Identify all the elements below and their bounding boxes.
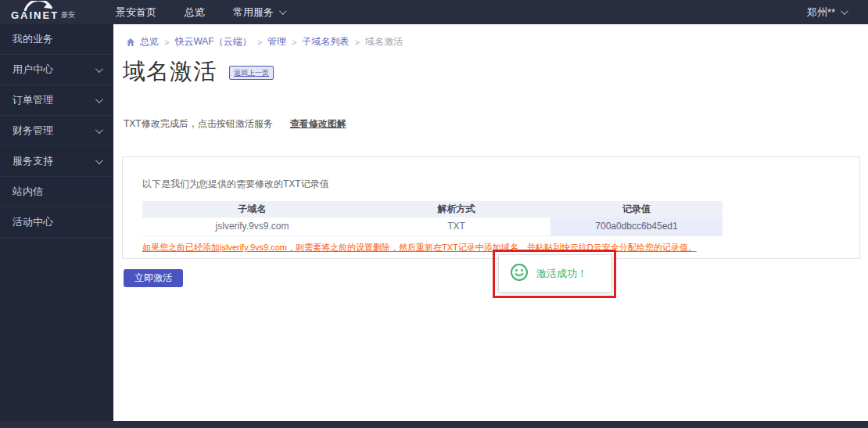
chevron-down-icon: [95, 95, 103, 103]
column-header-subdomain: 子域名: [142, 201, 362, 218]
txt-record-card: 以下是我们为您提供的需要修改的TXT记录值 子域名 解析方式 记录值 jslve…: [122, 156, 860, 259]
sidebar-item-my-business[interactable]: 我的业务: [0, 24, 113, 55]
view-diagram-link[interactable]: 查看修改图解: [290, 117, 346, 131]
cell-record-value: 700a0dbcc6b45ed1: [551, 218, 723, 236]
sidebar-item-label: 服务支持: [13, 154, 53, 168]
topnav-overview-label: 总览: [185, 5, 205, 20]
sidebar-item-service-support[interactable]: 服务支持: [0, 146, 113, 177]
toast-message: 激活成功！: [536, 267, 587, 281]
page-title: 域名激活: [123, 56, 217, 88]
breadcrumb-current: 域名激活: [365, 35, 403, 49]
table-row: jslverify.9vs9.com TXT 700a0dbcc6b45ed1: [142, 218, 723, 236]
chevron-down-icon: [279, 7, 287, 15]
footer-strip: [0, 421, 868, 428]
column-header-resolve-type: 解析方式: [362, 201, 551, 218]
sidebar-item-label: 订单管理: [13, 93, 53, 107]
logo-swoosh-icon: [22, 1, 55, 15]
logo-suffix: 景安: [59, 10, 75, 24]
cell-resolve-type: TXT: [362, 218, 551, 236]
logo[interactable]: GAINET 景安: [0, 0, 102, 24]
home-icon[interactable]: [126, 38, 135, 47]
warning-text: 如果您之前已经添加jslverify.9vs9.com，则需要将之前的设置删除，…: [142, 242, 697, 254]
back-button[interactable]: 返回上一页: [229, 66, 274, 80]
breadcrumb-separator: >: [164, 38, 169, 47]
topnav-services-label: 常用服务: [233, 5, 274, 20]
topnav-services[interactable]: 常用服务: [219, 0, 299, 24]
sidebar-item-label: 财务管理: [13, 124, 53, 138]
sidebar-item-label: 用户中心: [13, 63, 53, 77]
breadcrumb: 总览 > 快云WAF（云端） > 管理 > 子域名列表 > 域名激活: [126, 35, 403, 49]
breadcrumb-overview[interactable]: 总览: [140, 35, 159, 49]
success-toast: 激活成功！: [498, 254, 612, 293]
card-intro-text: 以下是我们为您提供的需要修改的TXT记录值: [142, 178, 329, 191]
sidebar-item-site-messages[interactable]: 站内信: [0, 177, 113, 207]
sidebar-item-user-center[interactable]: 用户中心: [0, 55, 113, 85]
username: 郑州**: [807, 5, 835, 20]
top-navigation: 景安首页 总览 常用服务: [102, 0, 299, 24]
chevron-down-icon: [841, 7, 848, 15]
sidebar-item-finance-management[interactable]: 财务管理: [0, 116, 113, 146]
breadcrumb-manage[interactable]: 管理: [267, 35, 286, 49]
breadcrumb-separator: >: [292, 38, 296, 47]
sidebar-item-order-management[interactable]: 订单管理: [0, 85, 113, 116]
page: GAINET 景安 景安首页 总览 常用服务 郑州** 我的业务 用户中心 订单…: [0, 0, 868, 428]
breadcrumb-separator: >: [257, 38, 262, 47]
cell-subdomain: jslverify.9vs9.com: [142, 218, 362, 236]
activate-now-button[interactable]: 立即激活: [124, 269, 183, 287]
topnav-home-label: 景安首页: [116, 5, 156, 20]
sidebar: 我的业务 用户中心 订单管理 财务管理 服务支持 站内信 活动中心: [0, 24, 113, 428]
breadcrumb-subdomain-list[interactable]: 子域名列表: [303, 35, 350, 49]
breadcrumb-waf[interactable]: 快云WAF（云端）: [174, 35, 251, 49]
sidebar-item-label: 站内信: [13, 185, 43, 199]
chevron-down-icon: [95, 65, 103, 73]
topnav-overview[interactable]: 总览: [170, 0, 219, 24]
txt-record-table: 子域名 解析方式 记录值 jslverify.9vs9.com TXT 700a…: [142, 201, 723, 236]
sidebar-item-label: 活动中心: [13, 215, 53, 229]
breadcrumb-separator: >: [355, 38, 360, 47]
sidebar-item-label: 我的业务: [13, 32, 53, 46]
instruction-text: TXT修改完成后，点击按钮激活服务: [124, 117, 273, 131]
user-menu[interactable]: 郑州**: [807, 5, 846, 20]
chevron-down-icon: [95, 126, 103, 134]
main-content: 总览 > 快云WAF（云端） > 管理 > 子域名列表 > 域名激活 域名激活 …: [113, 24, 868, 428]
smiley-success-icon: [510, 263, 529, 285]
chevron-down-icon: [95, 156, 103, 164]
topnav-home[interactable]: 景安首页: [102, 0, 170, 24]
table-header-row: 子域名 解析方式 记录值: [142, 201, 723, 218]
topbar: GAINET 景安 景安首页 总览 常用服务 郑州**: [0, 0, 868, 24]
sidebar-item-activity-center[interactable]: 活动中心: [0, 207, 113, 238]
column-header-record-value: 记录值: [551, 201, 723, 218]
